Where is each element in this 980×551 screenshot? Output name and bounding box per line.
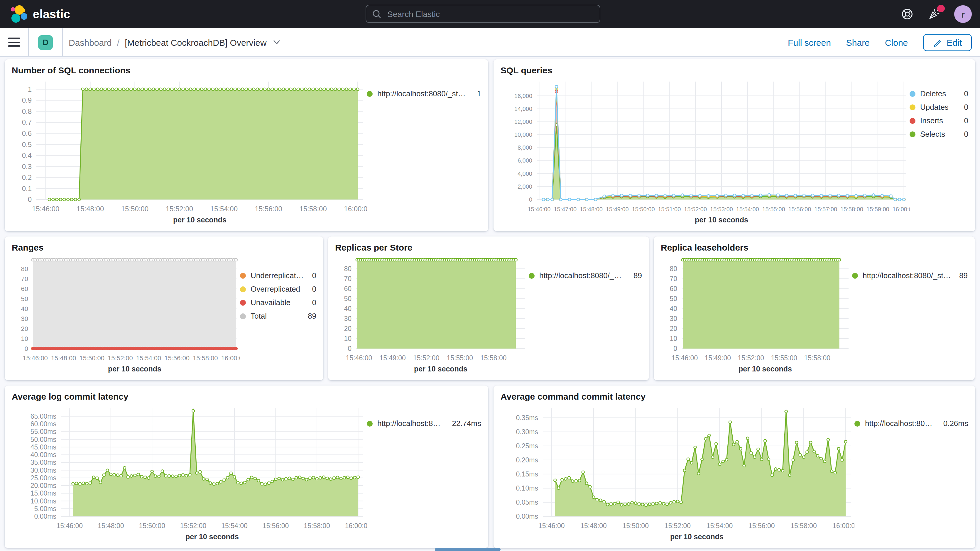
dashboard-app-icon[interactable]: D (38, 35, 53, 49)
panel-average-log-commit-latency: Average log commit latency 15:46:0015:48… (5, 385, 488, 548)
chart-ranges[interactable]: 15:46:0015:48:0015:50:0015:52:0015:54:00… (12, 254, 240, 376)
news-feed-button[interactable] (927, 7, 941, 21)
legend-item[interactable]: Total89 (240, 312, 316, 320)
svg-text:15:57:00: 15:57:00 (814, 206, 837, 212)
svg-text:16:00:00: 16:00:00 (832, 522, 854, 530)
timeseries-plot: 15:46:0015:47:0015:48:0015:49:0015:50:00… (501, 77, 910, 226)
x-axis-label: per 10 seconds (108, 365, 161, 373)
legend-item[interactable]: http://localhost:8080/_sta...89 (852, 272, 968, 280)
search-input[interactable] (386, 8, 594, 19)
svg-text:15:58:00: 15:58:00 (304, 522, 330, 530)
chart-replica-leaseholders[interactable]: 15:46:0015:49:0015:52:0015:55:0015:58:00… (661, 254, 852, 376)
svg-text:15:56:00: 15:56:00 (788, 206, 811, 212)
x-axis-label: per 10 seconds (414, 365, 468, 373)
brand-wordmark: elastic (33, 7, 70, 21)
svg-text:10: 10 (21, 335, 28, 342)
legend-item[interactable]: Overreplicated0 (240, 285, 316, 293)
svg-text:15:52:00: 15:52:00 (684, 206, 707, 212)
notification-dot (937, 5, 945, 12)
timeseries-plot: 15:46:0015:48:0015:50:0015:52:0015:54:00… (501, 403, 854, 543)
svg-text:15:58:00: 15:58:00 (840, 206, 863, 212)
legend-item[interactable]: Selects0 (910, 130, 968, 139)
series-areas (683, 260, 839, 349)
legend-value: 0 (309, 272, 316, 280)
legend-item[interactable]: http://localhost:8080/_sta...89 (529, 272, 642, 280)
chart-replicas-per-store[interactable]: 15:46:0015:49:0015:52:0015:55:0015:58:00… (335, 254, 529, 376)
legend-value: 89 (304, 312, 316, 320)
panel-title: Ranges (12, 241, 316, 254)
legend-value: 0 (961, 130, 968, 139)
legend-swatch-icon (910, 104, 915, 110)
legend-item[interactable]: Underreplicated0 (240, 272, 316, 280)
legend-item[interactable]: http://localhost:8080...0.26ms (854, 420, 968, 428)
horizontal-scrollbar-thumb[interactable] (435, 548, 501, 551)
divider (62, 28, 63, 56)
legend-value: 22.74ms (448, 420, 481, 428)
timeseries-plot: 15:46:0015:49:0015:52:0015:55:0015:58:00… (661, 254, 852, 376)
panel-title: Replica leaseholders (661, 241, 968, 254)
global-search[interactable] (366, 5, 600, 23)
svg-text:15:47:00: 15:47:00 (554, 206, 577, 212)
svg-text:15:51:00: 15:51:00 (658, 206, 681, 212)
svg-text:0.00ms: 0.00ms (516, 513, 538, 520)
legend-item[interactable]: Deletes0 (910, 90, 968, 98)
chart-legend: http://localhost:8080/_sta...89 (852, 254, 968, 376)
svg-text:30.00ms: 30.00ms (30, 467, 56, 474)
legend-value: 89 (956, 272, 968, 280)
svg-text:0.8: 0.8 (22, 107, 32, 115)
svg-text:20: 20 (344, 325, 352, 333)
chart-sql-queries[interactable]: 15:46:0015:47:0015:48:0015:49:0015:50:00… (501, 77, 910, 226)
chart-number-of-sql-connections[interactable]: 15:46:0015:48:0015:50:0015:52:0015:54:00… (12, 77, 367, 226)
elastic-brand[interactable]: elastic (10, 5, 70, 23)
legend-item[interactable]: http://localhost:8080/_stat...1 (367, 90, 481, 98)
legend-label: http://localhost:8080... (865, 420, 935, 428)
svg-text:40: 40 (670, 305, 677, 312)
legend-value: 89 (630, 272, 642, 280)
svg-text:65.00ms: 65.00ms (30, 412, 56, 420)
svg-text:30: 30 (21, 315, 28, 322)
svg-text:15:52:00: 15:52:00 (413, 354, 439, 362)
chart-average-command-commit-latency[interactable]: 15:46:0015:48:0015:50:0015:52:0015:54:00… (501, 403, 854, 543)
share-button[interactable]: Share (846, 37, 870, 47)
svg-text:14,000: 14,000 (514, 106, 532, 112)
svg-text:15:56:00: 15:56:00 (262, 522, 289, 530)
panel-sql-queries: SQL queries 15:46:0015:47:0015:48:0015:4… (493, 59, 975, 231)
x-axis-label: per 10 seconds (695, 216, 748, 224)
svg-text:15:54:00: 15:54:00 (706, 522, 733, 530)
edit-button[interactable]: Edit (923, 34, 972, 51)
chart-legend: http://localhost:8080...0.26ms (854, 403, 968, 543)
svg-text:60: 60 (344, 285, 352, 293)
svg-text:10: 10 (344, 335, 352, 342)
chart-average-log-commit-latency[interactable]: 15:46:0015:48:0015:50:0015:52:0015:54:00… (12, 403, 367, 543)
svg-text:10,000: 10,000 (514, 131, 532, 138)
svg-text:15.00ms: 15.00ms (30, 489, 56, 497)
avatar[interactable]: r (954, 5, 972, 23)
svg-text:0.15ms: 0.15ms (516, 470, 538, 478)
svg-text:0.6: 0.6 (22, 129, 32, 137)
menu-icon[interactable] (8, 38, 20, 47)
svg-text:15:55:00: 15:55:00 (762, 206, 785, 212)
svg-text:15:54:00: 15:54:00 (221, 522, 248, 530)
clone-button[interactable]: Clone (885, 37, 908, 47)
svg-text:15:58:00: 15:58:00 (193, 354, 218, 362)
svg-text:0.9: 0.9 (22, 96, 32, 104)
svg-text:0: 0 (28, 196, 32, 203)
panel-ranges: Ranges 15:46:0015:48:0015:50:0015:52:001… (5, 236, 323, 380)
legend-item[interactable]: Unavailable0 (240, 299, 316, 307)
legend-label: Deletes (920, 90, 946, 98)
svg-text:15:50:00: 15:50:00 (79, 354, 105, 362)
legend-item[interactable]: Inserts0 (910, 117, 968, 125)
help-button[interactable] (900, 7, 914, 21)
breadcrumb: Dashboard / [Metricbeat CockroachDB] Ove… (68, 37, 281, 47)
svg-text:50: 50 (670, 295, 677, 303)
full-screen-button[interactable]: Full screen (788, 37, 831, 47)
svg-text:15:56:00: 15:56:00 (164, 354, 189, 362)
series-lines (72, 409, 360, 486)
svg-text:80: 80 (670, 265, 677, 272)
svg-text:15:50:00: 15:50:00 (121, 205, 148, 213)
svg-text:0.2: 0.2 (22, 174, 32, 181)
legend-item[interactable]: http://localhost:808...22.74ms (367, 420, 481, 428)
chevron-down-icon[interactable] (273, 39, 281, 45)
breadcrumb-dashboard[interactable]: Dashboard (68, 37, 112, 47)
legend-item[interactable]: Updates0 (910, 103, 968, 111)
